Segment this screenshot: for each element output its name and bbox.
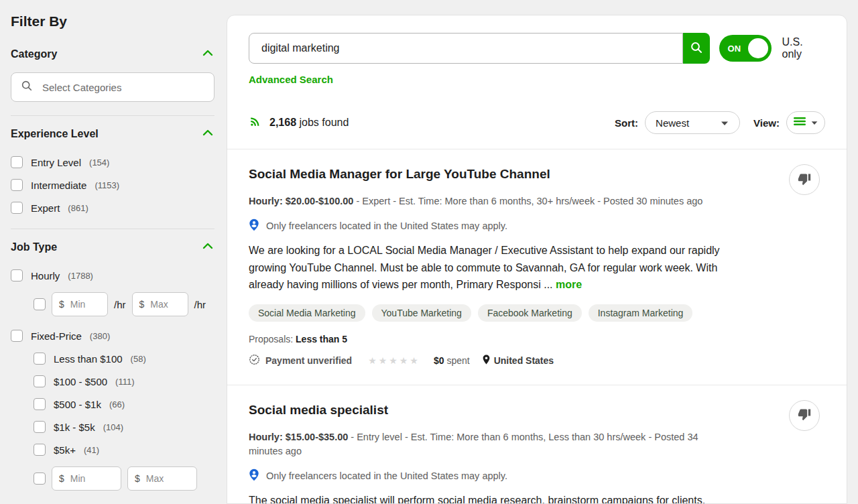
chevron-up-icon[interactable] <box>201 127 214 141</box>
job-search-field[interactable] <box>249 33 683 64</box>
filter-option-hourly[interactable]: Hourly (1788) <box>11 269 214 281</box>
us-only-label: U.S. only <box>782 36 825 60</box>
advanced-search-link[interactable]: Advanced Search <box>249 74 333 85</box>
option-count: (1788) <box>68 271 93 281</box>
option-label: $1k - $5k <box>54 422 95 433</box>
location-person-icon <box>249 468 259 483</box>
payment-status: Payment unverified <box>249 354 352 367</box>
job-description: The social media specialist will perform… <box>249 492 729 504</box>
client-info: Payment unverified ★★★★★ $0 spent United… <box>249 354 825 385</box>
checkbox[interactable] <box>34 375 46 387</box>
checkbox[interactable] <box>34 444 46 456</box>
proposals-label: Proposals: <box>249 334 296 344</box>
hourly-max-input[interactable] <box>149 298 180 310</box>
jobs-found-suffix: jobs found <box>296 117 349 128</box>
checkbox[interactable] <box>34 398 46 410</box>
caret-down-icon <box>810 117 818 129</box>
fixed-min-field[interactable]: $ <box>52 466 121 491</box>
option-label: Intermediate <box>31 180 86 191</box>
sort-dropdown[interactable]: Newest <box>645 111 740 134</box>
verification-badge-icon <box>249 354 260 367</box>
job-meta-rest: - Expert - Est. Time: More than 6 months… <box>353 196 702 206</box>
category-section-header[interactable]: Category <box>11 47 214 62</box>
toggle-on-label: ON <box>728 44 741 54</box>
divider <box>11 115 214 116</box>
job-type-heading: Job Type <box>11 241 57 253</box>
option-label: Less than $100 <box>54 353 123 365</box>
per-hour-label: /hr <box>114 299 126 310</box>
dislike-button[interactable] <box>789 164 820 195</box>
spent-suffix: spent <box>444 355 470 366</box>
hourly-max-field[interactable]: $ <box>132 292 188 316</box>
client-location-text: United States <box>494 355 554 366</box>
job-title[interactable]: Social media specialist <box>249 403 825 418</box>
skill-tag[interactable]: YouTube Marketing <box>372 304 471 322</box>
search-button[interactable] <box>683 33 710 64</box>
payment-status-text: Payment unverified <box>265 355 352 366</box>
caret-down-icon <box>720 117 729 129</box>
skill-tag[interactable]: Instagram Marketing <box>589 304 693 322</box>
job-card[interactable]: Social Media Manager for Large YouTube C… <box>227 149 847 385</box>
experience-heading: Experience Level <box>11 128 99 140</box>
proposals: Proposals: Less than 5 <box>249 334 825 344</box>
skill-tag[interactable]: Facebook Marketing <box>478 304 582 322</box>
checkbox[interactable] <box>11 202 23 214</box>
filter-option-entry-level[interactable]: Entry Level (154) <box>11 156 214 168</box>
experience-section-header[interactable]: Experience Level <box>11 127 214 141</box>
option-count: (104) <box>103 422 123 432</box>
fixed-price-range: $ $ <box>34 466 214 491</box>
client-spent: $0 spent <box>434 355 470 366</box>
jobs-found-count: 2,168 <box>269 117 296 128</box>
checkbox[interactable] <box>34 298 46 310</box>
chevron-up-icon[interactable] <box>201 47 214 62</box>
option-count: (66) <box>109 399 125 410</box>
checkbox[interactable] <box>34 472 46 485</box>
job-description: We are looking for a LOCAL Social Media … <box>249 242 729 294</box>
search-icon <box>690 41 703 56</box>
checkbox[interactable] <box>11 179 23 191</box>
dislike-button[interactable] <box>789 400 820 431</box>
job-description-text: The social media specialist will perform… <box>249 495 721 504</box>
filter-option-500-1k[interactable]: $500 - $1k (66) <box>34 398 214 410</box>
category-heading: Category <box>11 48 57 60</box>
job-title[interactable]: Social Media Manager for Large YouTube C… <box>249 167 825 182</box>
category-search-box[interactable] <box>11 72 214 102</box>
checkbox[interactable] <box>34 353 46 365</box>
hourly-min-field[interactable]: $ <box>52 292 108 316</box>
option-count: (1153) <box>95 180 119 190</box>
us-only-toggle[interactable]: ON <box>719 35 772 62</box>
filter-option-1k-5k[interactable]: $1k - $5k (104) <box>34 421 214 433</box>
fixed-max-input[interactable] <box>145 472 190 485</box>
option-label: $100 - $500 <box>54 376 107 387</box>
view-selector[interactable] <box>786 111 825 134</box>
more-link[interactable]: more <box>556 279 582 290</box>
checkbox[interactable] <box>11 156 23 168</box>
filter-option-less-100[interactable]: Less than $100 (58) <box>34 353 214 365</box>
filter-option-expert[interactable]: Expert (861) <box>11 202 214 214</box>
checkbox[interactable] <box>34 421 46 433</box>
job-card[interactable]: Social media specialist Hourly: $15.00-$… <box>227 385 847 504</box>
search-bar: ON U.S. only <box>249 33 825 64</box>
sort-label: Sort: <box>615 117 638 129</box>
filter-option-5k-plus[interactable]: $5k+ (41) <box>34 444 214 456</box>
filter-option-100-500[interactable]: $100 - $500 (111) <box>34 375 214 387</box>
checkbox[interactable] <box>11 330 23 342</box>
rss-icon[interactable] <box>249 115 261 131</box>
category-search-input[interactable] <box>41 81 204 94</box>
hourly-min-input[interactable] <box>69 298 101 310</box>
jobs-found-text: 2,168 jobs found <box>269 117 349 129</box>
chevron-up-icon[interactable] <box>201 240 214 255</box>
job-search-input[interactable] <box>260 42 672 55</box>
skill-tag[interactable]: Social Media Marketing <box>249 304 365 322</box>
thumbs-down-icon <box>798 172 811 188</box>
fixed-min-input[interactable] <box>69 472 114 485</box>
filter-option-fixed-price[interactable]: Fixed-Price (380) <box>11 330 214 342</box>
job-meta: Hourly: $20.00-$100.00 - Expert - Est. T… <box>249 194 718 208</box>
toggle-knob[interactable] <box>748 38 768 58</box>
fixed-max-field[interactable]: $ <box>127 466 197 491</box>
filter-option-intermediate[interactable]: Intermediate (1153) <box>11 179 214 191</box>
job-rate: Hourly: $20.00-$100.00 <box>249 196 353 206</box>
job-type-section-header[interactable]: Job Type <box>11 240 214 255</box>
checkbox[interactable] <box>11 269 23 281</box>
view-label: View: <box>753 117 780 129</box>
